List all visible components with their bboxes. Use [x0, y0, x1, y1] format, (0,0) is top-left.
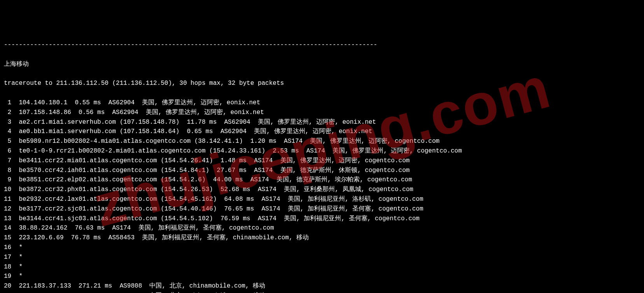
traceroute-header: traceroute to 211.136.112.50 (211.136.11…: [4, 79, 640, 88]
hop-row: 17 *: [4, 253, 640, 262]
hop-row: 7 be3411.ccr22.mia01.atlas.cogentco.com …: [4, 156, 640, 166]
hop-row: 19 *: [4, 272, 640, 281]
hop-row: 11 be2932.ccr42.lax01.atlas.cogentco.com…: [4, 195, 640, 204]
traceroute-output: 1 104.140.180.1 0.55 ms AS62904 美国, 佛罗里达…: [4, 98, 640, 293]
hop-row: 9 be3851.ccr22.elp02.atlas.cogentco.com …: [4, 175, 640, 185]
hop-row: 8 be3570.ccr42.iah01.atlas.cogentco.com …: [4, 166, 640, 175]
divider-line: ----------------------------------------…: [4, 40, 640, 50]
hop-row: 12 be3177.ccr22.sjc01.atlas.cogentco.com…: [4, 204, 640, 214]
hop-row: 13 be3144.ccr41.sjc03.atlas.cogentco.com…: [4, 214, 640, 224]
hop-row: 4 ae0.bb1.mia1.serverhub.com (107.158.14…: [4, 127, 640, 137]
hop-row: 16 *: [4, 243, 640, 253]
hop-row: 20 221.183.37.133 271.21 ms AS9808 中国, 北…: [4, 281, 640, 291]
hop-row: 1 104.140.180.1 0.55 ms AS62904 美国, 佛罗里达…: [4, 98, 640, 108]
hop-row: 14 38.88.224.162 76.63 ms AS174 美国, 加利福尼…: [4, 223, 640, 233]
hop-row: 15 223.120.6.69 76.78 ms AS58453 美国, 加利福…: [4, 233, 640, 243]
hop-row: 18 *: [4, 262, 640, 272]
location-label: 上海移动: [4, 60, 640, 69]
hop-row: 2 107.158.148.86 0.56 ms AS62904 美国, 佛罗里…: [4, 108, 640, 118]
hop-row: 21 221.183.46.174 272.72 ms AS9808 中国, 北…: [4, 291, 640, 293]
hop-row: 6 te0-1-0-9.rcr21.b002802-2.mia01.atlas.…: [4, 146, 640, 156]
hop-row: 5 be5989.nr12.b002802-4.mia01.atlas.coge…: [4, 137, 640, 146]
hop-row: 3 ae2.cr1.mia1.serverhub.com (107.158.14…: [4, 118, 640, 127]
hop-row: 10 be3872.ccr32.phx01.atlas.cogentco.com…: [4, 185, 640, 195]
